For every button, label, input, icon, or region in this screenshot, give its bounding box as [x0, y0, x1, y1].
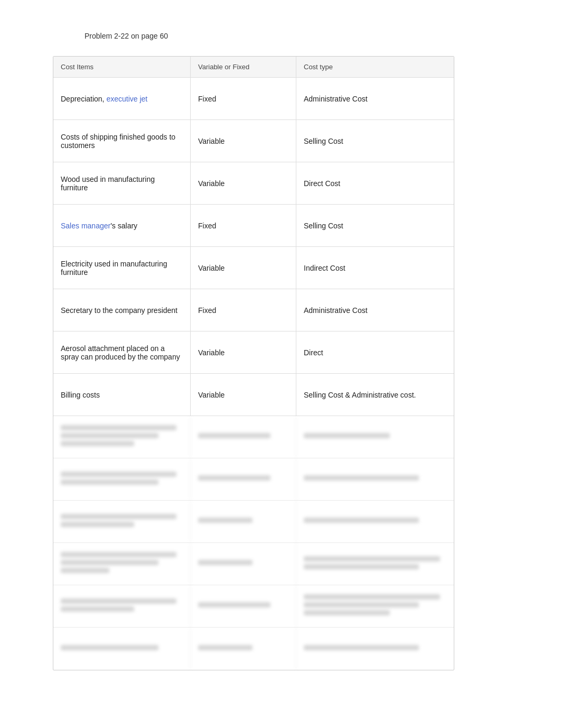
header-col2: Variable or Fixed	[191, 57, 296, 77]
row2-col3: Selling Cost	[296, 120, 455, 162]
blurred-row3-col3	[296, 501, 455, 542]
table-row-blurred	[53, 458, 454, 501]
blurred-row5-col3	[296, 585, 455, 627]
header-col2-text: Variable or Fixed	[198, 63, 249, 71]
blurred-row2-col1	[53, 458, 191, 500]
cost-table: Cost Items Variable or Fixed Cost type D…	[53, 56, 454, 670]
row8-col1: Billing costs	[53, 374, 191, 416]
sales-manager-link[interactable]: Sales manager	[61, 222, 110, 230]
row3-col3: Direct Cost	[296, 162, 455, 204]
row3-col2-text: Variable	[198, 179, 225, 188]
row5-col1: Electricity used in manufacturing furnit…	[53, 247, 191, 289]
table-row-blurred	[53, 501, 454, 543]
row2-col3-text: Selling Cost	[304, 137, 343, 145]
blurred-row6-col2	[191, 628, 296, 670]
row6-col2-text: Fixed	[198, 306, 216, 315]
row1-col3-text: Administrative Cost	[304, 95, 368, 103]
blurred-row1-col1	[53, 416, 191, 458]
header-col1-text: Cost Items	[61, 63, 94, 71]
table-row: Sales manager's salary Fixed Selling Cos…	[53, 205, 454, 247]
row4-col3: Selling Cost	[296, 205, 455, 246]
page-title: Problem 2-22 on page 60	[85, 32, 519, 40]
table-row: Costs of shipping finished goods to cust…	[53, 120, 454, 162]
row7-col3-text: Direct	[304, 348, 323, 357]
blurred-row1-col2	[191, 416, 296, 458]
row1-col1-text: Depreciation, executive jet	[61, 95, 147, 103]
row1-col2: Fixed	[191, 78, 296, 119]
row3-col2: Variable	[191, 162, 296, 204]
row6-col2: Fixed	[191, 289, 296, 331]
row5-col2-text: Variable	[198, 264, 225, 272]
row2-col2: Variable	[191, 120, 296, 162]
row7-col1-text: Aerosol attachment placed on a spray can…	[61, 344, 183, 361]
table-row-blurred	[53, 543, 454, 585]
row3-col1-text: Wood used in manufacturing furniture	[61, 175, 183, 192]
blurred-row3-col1	[53, 501, 191, 542]
row4-col3-text: Selling Cost	[304, 222, 343, 230]
row8-col3: Selling Cost & Administrative cost.	[296, 374, 455, 416]
row5-col1-text: Electricity used in manufacturing furnit…	[61, 260, 183, 277]
blurred-row2-col3	[296, 458, 455, 500]
row3-col3-text: Direct Cost	[304, 179, 340, 188]
table-row: Aerosol attachment placed on a spray can…	[53, 331, 454, 374]
table-row-blurred	[53, 628, 454, 670]
row4-col1-text: Sales manager's salary	[61, 222, 137, 230]
row1-col2-text: Fixed	[198, 95, 216, 103]
table-row: Billing costs Variable Selling Cost & Ad…	[53, 374, 454, 416]
blurred-row3-col2	[191, 501, 296, 542]
row8-col3-text: Selling Cost & Administrative cost.	[304, 391, 416, 399]
table-row: Depreciation, executive jet Fixed Admini…	[53, 78, 454, 120]
blurred-row4-col3	[296, 543, 455, 585]
row8-col2: Variable	[191, 374, 296, 416]
row6-col3-text: Administrative Cost	[304, 306, 368, 315]
row4-col1: Sales manager's salary	[53, 205, 191, 246]
blurred-row1-col3	[296, 416, 455, 458]
row4-col2-text: Fixed	[198, 222, 216, 230]
row2-col1-text: Costs of shipping finished goods to cust…	[61, 133, 183, 150]
table-row: Wood used in manufacturing furniture Var…	[53, 162, 454, 205]
header-col1: Cost Items	[53, 57, 191, 77]
row6-col1: Secretary to the company president	[53, 289, 191, 331]
row7-col1: Aerosol attachment placed on a spray can…	[53, 331, 191, 373]
blurred-row4-col1	[53, 543, 191, 585]
row7-col3: Direct	[296, 331, 455, 373]
row8-col1-text: Billing costs	[61, 391, 100, 399]
row2-col2-text: Variable	[198, 137, 225, 145]
table-row: Electricity used in manufacturing furnit…	[53, 247, 454, 289]
table-row-blurred	[53, 585, 454, 628]
blurred-row5-col1	[53, 585, 191, 627]
table-row: Secretary to the company president Fixed…	[53, 289, 454, 331]
table-row-blurred	[53, 416, 454, 458]
row7-col2-text: Variable	[198, 348, 225, 357]
page-container: Problem 2-22 on page 60 Cost Items Varia…	[0, 0, 561, 702]
row7-col2: Variable	[191, 331, 296, 373]
row5-col3-text: Indirect Cost	[304, 264, 345, 272]
blurred-row4-col2	[191, 543, 296, 585]
row5-col2: Variable	[191, 247, 296, 289]
row1-col3: Administrative Cost	[296, 78, 455, 119]
row2-col1: Costs of shipping finished goods to cust…	[53, 120, 191, 162]
executive-jet-link[interactable]: executive jet	[106, 95, 147, 103]
row3-col1: Wood used in manufacturing furniture	[53, 162, 191, 204]
header-col3: Cost type	[296, 57, 455, 77]
row5-col3: Indirect Cost	[296, 247, 455, 289]
blurred-row6-col1	[53, 628, 191, 670]
blurred-row6-col3	[296, 628, 455, 670]
blurred-row5-col2	[191, 585, 296, 627]
header-col3-text: Cost type	[304, 63, 333, 71]
row4-col2: Fixed	[191, 205, 296, 246]
blurred-row2-col2	[191, 458, 296, 500]
table-header-row: Cost Items Variable or Fixed Cost type	[53, 57, 454, 78]
row8-col2-text: Variable	[198, 391, 225, 399]
row1-col1: Depreciation, executive jet	[53, 78, 191, 119]
row6-col1-text: Secretary to the company president	[61, 306, 177, 315]
row6-col3: Administrative Cost	[296, 289, 455, 331]
